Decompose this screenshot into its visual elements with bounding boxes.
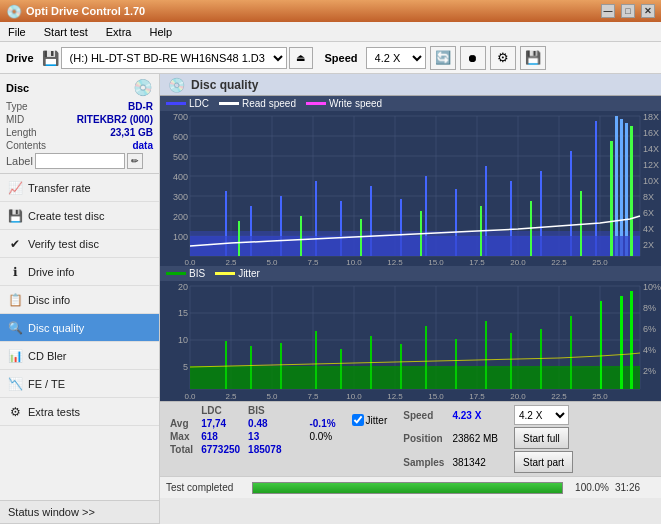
write-speed-legend: Write speed xyxy=(306,98,382,109)
main-layout: Disc 💿 Type BD-R MID RITEKBR2 (000) Leng… xyxy=(0,74,661,524)
transfer-rate-icon: 📈 xyxy=(8,181,22,195)
top-chart-svg: 700 600 500 400 300 200 100 18X 16X 14X … xyxy=(160,111,661,266)
nav-extra-tests[interactable]: ⚙ Extra tests xyxy=(0,398,159,426)
svg-rect-125 xyxy=(485,321,487,389)
speed-select[interactable]: 4.2 X xyxy=(366,47,426,69)
svg-text:15.0: 15.0 xyxy=(428,392,444,401)
max-label: Max xyxy=(166,430,197,443)
svg-rect-131 xyxy=(630,291,633,389)
disc-contents-row: Contents data xyxy=(6,140,153,151)
bis-column-header: BIS xyxy=(244,404,285,417)
drive-select[interactable]: (H:) HL-DT-ST BD-RE WH16NS48 1.D3 xyxy=(61,47,287,69)
nav-drive-info-label: Drive info xyxy=(28,266,74,278)
svg-text:16X: 16X xyxy=(643,128,659,138)
avg-jitter: -0.1% xyxy=(305,417,339,430)
speed-info-select[interactable]: 4.2 X xyxy=(514,405,569,425)
minimize-button[interactable]: — xyxy=(601,4,615,18)
menu-start-test[interactable]: Start test xyxy=(40,24,92,40)
menu-file[interactable]: File xyxy=(4,24,30,40)
verify-test-disc-icon: ✔ xyxy=(8,237,22,251)
svg-rect-117 xyxy=(250,346,252,389)
start-part-button[interactable]: Start part xyxy=(514,451,573,473)
speed-info-value: 4.23 X xyxy=(448,404,502,426)
svg-rect-122 xyxy=(400,344,402,389)
nav-verify-test-disc[interactable]: ✔ Verify test disc xyxy=(0,230,159,258)
svg-text:100: 100 xyxy=(173,232,188,242)
start-full-button[interactable]: Start full xyxy=(514,427,569,449)
nav-transfer-rate[interactable]: 📈 Transfer rate xyxy=(0,174,159,202)
disc-length-value: 23,31 GB xyxy=(110,127,153,138)
nav-drive-info[interactable]: ℹ Drive info xyxy=(0,258,159,286)
svg-rect-116 xyxy=(225,341,227,389)
eject-button[interactable]: ⏏ xyxy=(289,47,313,69)
menu-bar: File Start test Extra Help xyxy=(0,22,661,42)
position-label: Position xyxy=(399,426,448,450)
scan-button[interactable]: ⏺ xyxy=(460,46,486,70)
max-bis: 13 xyxy=(244,430,285,443)
total-bis: 185078 xyxy=(244,443,285,456)
jitter-legend-label: Jitter xyxy=(238,268,260,279)
svg-rect-70 xyxy=(300,216,302,256)
maximize-button[interactable]: □ xyxy=(621,4,635,18)
jitter-legend: Jitter xyxy=(215,268,260,279)
nav-create-test-disc[interactable]: 💾 Create test disc xyxy=(0,202,159,230)
disc-label-button[interactable]: ✏ xyxy=(127,153,143,169)
nav-disc-info[interactable]: 📋 Disc info xyxy=(0,286,159,314)
menu-help[interactable]: Help xyxy=(145,24,176,40)
bottom-chart: 20 15 10 5 10% 8% 6% 4% 2% 0.0 2.5 5.0 7… xyxy=(160,281,661,401)
disc-label-row: Label ✏ xyxy=(6,153,153,169)
toolbar: Drive 💾 (H:) HL-DT-ST BD-RE WH16NS48 1.D… xyxy=(0,42,661,74)
svg-text:10.0: 10.0 xyxy=(346,258,362,266)
refresh-button[interactable]: 🔄 xyxy=(430,46,456,70)
avg-label: Avg xyxy=(166,417,197,430)
disc-section-title: Disc xyxy=(6,82,29,94)
svg-text:2.5: 2.5 xyxy=(225,258,237,266)
speed-position-table: Speed 4.23 X 4.2 X Position 23862 MB xyxy=(399,404,577,474)
create-test-disc-icon: 💾 xyxy=(8,209,22,223)
svg-text:14X: 14X xyxy=(643,144,659,154)
menu-extra[interactable]: Extra xyxy=(102,24,136,40)
close-button[interactable]: ✕ xyxy=(641,4,655,18)
svg-rect-71 xyxy=(360,219,362,256)
read-speed-legend-label: Read speed xyxy=(242,98,296,109)
svg-rect-124 xyxy=(455,339,457,389)
disc-length-label: Length xyxy=(6,127,37,138)
svg-rect-75 xyxy=(580,191,582,256)
nav-create-test-disc-label: Create test disc xyxy=(28,210,104,222)
nav-cd-bler[interactable]: 📊 CD Bler xyxy=(0,342,159,370)
jitter-legend-color xyxy=(215,272,235,275)
disc-large-icon: 💿 xyxy=(133,78,153,97)
svg-text:20.0: 20.0 xyxy=(510,258,526,266)
nav-transfer-rate-label: Transfer rate xyxy=(28,182,91,194)
max-jitter: 0.0% xyxy=(305,430,339,443)
nav-fe-te[interactable]: 📉 FE / TE xyxy=(0,370,159,398)
svg-text:8X: 8X xyxy=(643,192,654,202)
svg-text:10X: 10X xyxy=(643,176,659,186)
svg-text:7.5: 7.5 xyxy=(307,392,319,401)
svg-text:17.5: 17.5 xyxy=(469,258,485,266)
samples-label: Samples xyxy=(399,450,448,474)
nav-disc-info-label: Disc info xyxy=(28,294,70,306)
progress-area: Test completed 100.0% 31:26 xyxy=(160,476,661,498)
nav-verify-test-disc-label: Verify test disc xyxy=(28,238,99,250)
samples-value: 381342 xyxy=(448,450,502,474)
position-value: 23862 MB xyxy=(448,426,502,450)
nav-disc-quality[interactable]: 🔍 Disc quality xyxy=(0,314,159,342)
svg-text:0.0: 0.0 xyxy=(184,392,196,401)
settings-button[interactable]: ⚙ xyxy=(490,46,516,70)
write-speed-legend-color xyxy=(306,102,326,105)
read-speed-legend: Read speed xyxy=(219,98,296,109)
svg-text:22.5: 22.5 xyxy=(551,258,567,266)
disc-type-value: BD-R xyxy=(128,101,153,112)
ldc-legend-color xyxy=(166,102,186,105)
svg-text:0.0: 0.0 xyxy=(184,258,196,266)
save-button[interactable]: 💾 xyxy=(520,46,546,70)
ldc-legend-label: LDC xyxy=(189,98,209,109)
status-window-button[interactable]: Status window >> xyxy=(0,500,159,524)
jitter-checkbox[interactable] xyxy=(352,414,364,426)
left-panel: Disc 💿 Type BD-R MID RITEKBR2 (000) Leng… xyxy=(0,74,160,524)
svg-text:12X: 12X xyxy=(643,160,659,170)
status-text: Test completed xyxy=(166,482,246,493)
disc-label-input[interactable] xyxy=(35,153,125,169)
svg-rect-119 xyxy=(315,331,317,389)
